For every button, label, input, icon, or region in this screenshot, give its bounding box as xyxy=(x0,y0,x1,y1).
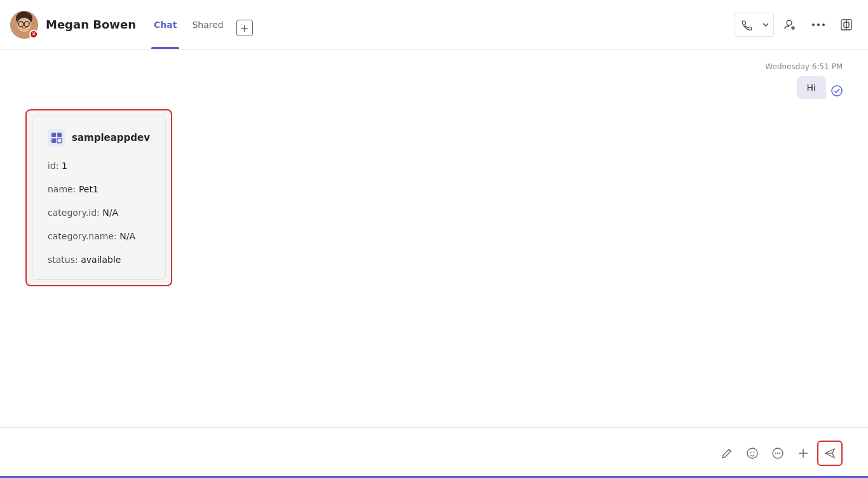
call-action-group xyxy=(735,13,774,37)
call-icon xyxy=(741,19,752,30)
svg-point-27 xyxy=(775,453,776,454)
add-person-icon xyxy=(784,18,797,31)
delivered-icon xyxy=(831,85,843,96)
field-label-status: status: xyxy=(48,255,81,265)
compose-bar xyxy=(0,427,868,478)
field-label-name: name: xyxy=(48,184,79,194)
compose-input[interactable] xyxy=(25,441,715,466)
plus-button[interactable] xyxy=(792,442,815,465)
plus-icon xyxy=(797,447,810,460)
card-field-id: id: 1 xyxy=(48,159,150,173)
app-icon xyxy=(48,129,65,147)
pen-icon xyxy=(721,447,733,460)
field-value-status: available xyxy=(81,255,121,265)
field-value-category-id: N/A xyxy=(102,208,118,218)
send-icon xyxy=(824,447,836,460)
chevron-down-icon xyxy=(762,21,770,29)
svg-point-8 xyxy=(787,20,792,25)
received-card-message-row: sampleappdev id: 1 name: Pet1 category.i… xyxy=(25,109,843,286)
svg-point-28 xyxy=(777,453,778,454)
sent-message-bubble: Hi xyxy=(797,76,826,99)
field-label-category-id: category.id: xyxy=(48,208,102,218)
header-actions xyxy=(735,13,858,37)
message-timestamp: Wednesday 6:51 PM xyxy=(25,62,843,71)
more-options-button[interactable] xyxy=(807,13,830,36)
card-title: sampleappdev xyxy=(72,132,150,143)
svg-point-12 xyxy=(817,23,820,26)
pop-out-button[interactable] xyxy=(835,13,858,36)
tabs: Chat Shared + xyxy=(151,0,253,49)
svg-line-7 xyxy=(29,23,30,24)
tab-shared[interactable]: Shared xyxy=(189,0,226,49)
compose-actions xyxy=(715,441,843,466)
chat-area: Wednesday 6:51 PM Hi xyxy=(0,50,868,427)
add-tab-button[interactable]: + xyxy=(236,20,253,36)
contact-name: Megan Bowen xyxy=(46,18,136,31)
call-button[interactable] xyxy=(735,13,758,36)
field-value-name: Pet1 xyxy=(79,184,98,194)
svg-rect-18 xyxy=(51,133,56,137)
avatar-container: × xyxy=(10,11,38,39)
app-card: sampleappdev id: 1 name: Pet1 category.i… xyxy=(32,116,166,280)
field-value-category-name: N/A xyxy=(119,231,135,241)
avatar-busy-indicator: × xyxy=(29,30,38,39)
card-field-name: name: Pet1 xyxy=(48,183,150,196)
busy-icon: × xyxy=(31,31,37,37)
message-icon-button[interactable] xyxy=(766,442,789,465)
more-options-icon xyxy=(812,23,825,26)
svg-point-25 xyxy=(754,451,755,453)
header: × Megan Bowen Chat Shared + xyxy=(0,0,868,50)
send-button[interactable] xyxy=(817,441,843,466)
tab-chat[interactable]: Chat xyxy=(151,0,179,49)
add-person-button[interactable] xyxy=(779,13,802,36)
card-header: sampleappdev xyxy=(48,129,150,147)
sent-message-text: Hi xyxy=(807,83,816,93)
card-field-category-id: category.id: N/A xyxy=(48,206,150,220)
svg-point-29 xyxy=(779,453,780,454)
svg-rect-19 xyxy=(57,133,62,137)
sampleappdev-icon xyxy=(51,132,62,143)
call-dropdown-button[interactable] xyxy=(758,13,773,36)
svg-point-23 xyxy=(747,448,757,458)
pop-out-icon xyxy=(840,18,853,31)
emoji-icon xyxy=(746,447,759,460)
message-icon xyxy=(771,447,784,460)
field-label-category-name: category.name: xyxy=(48,231,119,241)
field-label-id: id: xyxy=(48,161,62,171)
card-outer-border: sampleappdev id: 1 name: Pet1 category.i… xyxy=(25,109,172,286)
svg-point-24 xyxy=(750,451,752,453)
svg-rect-21 xyxy=(57,138,62,143)
pen-button[interactable] xyxy=(715,442,738,465)
field-value-id: 1 xyxy=(62,161,67,171)
svg-line-6 xyxy=(18,23,18,24)
svg-point-11 xyxy=(812,23,815,26)
card-field-status: status: available xyxy=(48,253,150,267)
emoji-button[interactable] xyxy=(741,442,764,465)
sent-message-row: Hi xyxy=(25,76,843,99)
card-field-category-name: category.name: N/A xyxy=(48,230,150,243)
svg-line-22 xyxy=(729,449,731,451)
svg-point-13 xyxy=(822,23,825,26)
svg-rect-20 xyxy=(51,138,56,143)
message-tick-icon xyxy=(831,85,843,96)
svg-point-17 xyxy=(832,86,842,96)
